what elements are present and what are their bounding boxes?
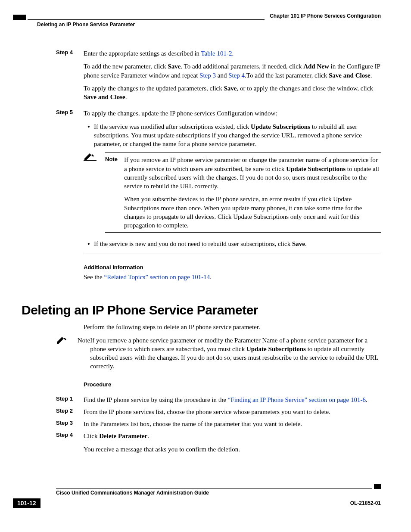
link-step-4[interactable]: Step 4 — [228, 72, 245, 79]
svg-marker-0 — [84, 153, 91, 160]
bullet-icon: • — [84, 240, 94, 248]
step-2: Step 2 From the IP phone services list, … — [56, 408, 381, 416]
body-text: See the “Related Topics” section on page… — [84, 273, 381, 281]
step-1: Step 1 Find the IP phone service by usin… — [56, 395, 381, 404]
note-block: Note If you remove an IP phone service p… — [84, 152, 381, 233]
body-text: If the service was modified after subscr… — [94, 122, 381, 149]
note-label: Note — [78, 337, 90, 371]
link-step-3[interactable]: Step 3 — [199, 72, 216, 79]
step-label: Step 2 — [56, 408, 84, 414]
link-finding-service[interactable]: “Finding an IP Phone Service” section on… — [228, 396, 366, 403]
body-text: Enter the appropriate settings as descri… — [84, 49, 381, 58]
body-text: Find the IP phone service by using the p… — [84, 395, 381, 404]
link-related-topics[interactable]: “Related Topics” section on page 101-14 — [104, 274, 210, 280]
note-text: When you subscribe devices to the IP pho… — [124, 195, 381, 230]
running-header: Chapter 101 IP Phone Services Configurat… — [13, 13, 381, 20]
link-table-101-2[interactable]: Table 101-2 — [201, 50, 232, 57]
body-text: Click Delete Parameter. — [84, 432, 381, 440]
step-3: Step 3 In the Parameters list box, choos… — [56, 420, 381, 428]
note-text: If you remove an IP phone service parame… — [124, 156, 381, 190]
footer-marker — [374, 484, 381, 489]
body-text: If the service is new and you do not nee… — [94, 240, 381, 248]
pencil-icon — [84, 152, 95, 161]
step-label: Step 4 — [56, 49, 84, 56]
doc-number: OL-21852-01 — [350, 500, 381, 506]
step-label: Step 1 — [56, 395, 84, 402]
step-label: Step 4 — [56, 432, 84, 438]
body-text: From the IP phone services list, choose … — [84, 408, 381, 416]
step-label: Step 3 — [56, 420, 84, 426]
bullet-icon: • — [84, 122, 94, 149]
bullet-item: • If the service is new and you do not n… — [84, 240, 381, 248]
pencil-icon — [56, 336, 67, 345]
body-text: You receive a message that asks you to c… — [84, 445, 381, 454]
divider — [84, 253, 381, 253]
body-text: To add the new parameter, click Save. To… — [84, 62, 381, 80]
body-text: Perform the following steps to delete an… — [84, 323, 381, 331]
svg-marker-2 — [57, 337, 64, 344]
guide-title: Cisco Unified Communications Manager Adm… — [56, 490, 381, 496]
page-number: 101-12 — [13, 498, 40, 508]
header-marker — [13, 15, 26, 20]
body-text: To apply the changes to the updated para… — [84, 84, 381, 102]
step-5: Step 5 To apply the changes, update the … — [56, 109, 381, 286]
body-text: To apply the changes, update the IP phon… — [84, 109, 381, 118]
step-4: Step 4 Enter the appropriate settings as… — [56, 49, 381, 106]
step-4b: Step 4 Click Delete Parameter. You recei… — [56, 432, 381, 458]
running-subheader: Deleting an IP Phone Service Parameter — [37, 22, 381, 28]
note-block: Note If you remove a phone service param… — [56, 336, 381, 371]
step-label: Step 5 — [56, 109, 84, 115]
page-footer: Cisco Unified Communications Manager Adm… — [13, 484, 381, 508]
section-heading: Deleting an IP Phone Service Parameter — [22, 303, 381, 317]
chapter-title: Chapter 101 IP Phone Services Configurat… — [265, 13, 381, 20]
procedure-heading: Procedure — [84, 381, 381, 388]
bullet-item: • If the service was modified after subs… — [84, 122, 381, 149]
note-text: If you remove a phone service parameter … — [90, 336, 381, 371]
additional-info-heading: Additional Information — [84, 264, 381, 271]
svg-marker-3 — [64, 338, 66, 340]
svg-marker-1 — [91, 154, 94, 157]
body-text: In the Parameters list box, choose the n… — [84, 420, 381, 428]
note-label: Note — [105, 156, 124, 230]
